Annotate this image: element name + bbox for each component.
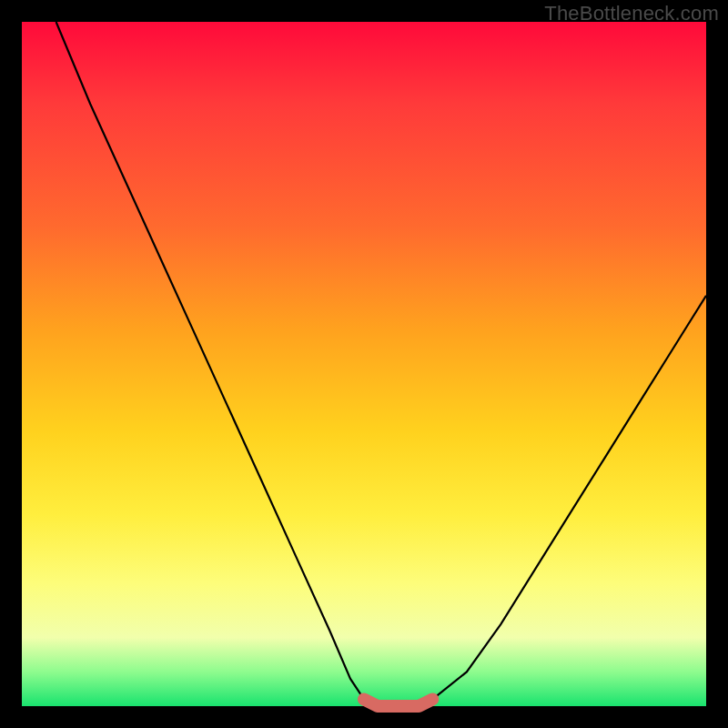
- plot-area: [22, 22, 706, 706]
- chart-frame: TheBottleneck.com: [0, 0, 728, 728]
- bottleneck-curve: [56, 22, 706, 706]
- min-band-marker: [364, 700, 432, 707]
- chart-svg: [22, 22, 706, 706]
